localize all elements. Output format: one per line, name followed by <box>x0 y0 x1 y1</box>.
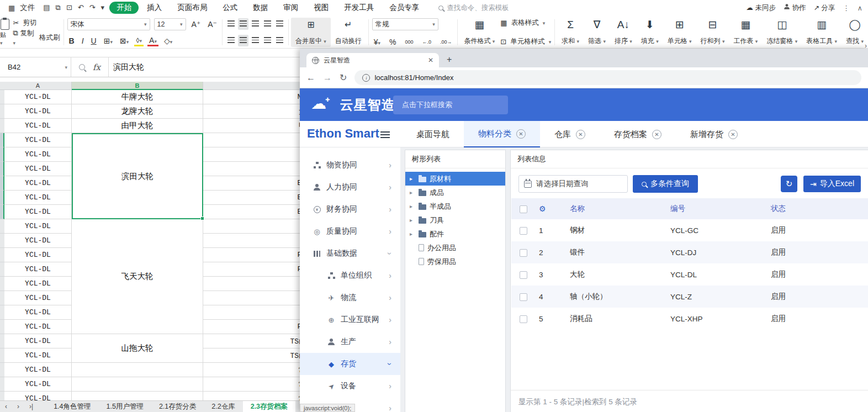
tab-close-circle-icon[interactable]: ✕ <box>652 130 661 139</box>
browser-tab[interactable]: 云星智造 ✕ <box>306 53 439 67</box>
cell-c[interactable]: F <box>203 219 308 234</box>
tree-item-办公用品[interactable]: 办公用品 <box>405 241 505 255</box>
cell-c[interactable]: TS山 <box>203 348 308 363</box>
cell-a[interactable]: YCL-DL <box>4 363 72 377</box>
tree-item-成品[interactable]: ▸成品 <box>405 186 505 199</box>
expand-arrow-icon[interactable]: ▸ <box>410 203 415 209</box>
formula-input[interactable]: 滨田大轮 <box>109 62 144 72</box>
cell-c[interactable]: FT <box>203 320 308 334</box>
cell-c[interactable]: F <box>203 234 308 248</box>
row-header[interactable] <box>0 277 4 291</box>
back-icon[interactable]: ← <box>306 73 315 83</box>
row-header[interactable] <box>0 176 4 191</box>
tree-item-配件[interactable]: ▸配件 <box>405 227 505 241</box>
percent-icon[interactable]: % <box>388 38 398 46</box>
sidebar-item-基础数据[interactable]: 基础数据› <box>300 242 400 265</box>
cell-a[interactable]: YCL-DL <box>4 262 72 277</box>
cell-b[interactable] <box>72 377 203 392</box>
sheet-tab-2.2仓库[interactable]: 2.2仓库 <box>204 401 242 412</box>
align-middle-icon[interactable] <box>238 18 248 30</box>
menu-tab-公式[interactable]: 公式 <box>215 2 245 14</box>
cell-c[interactable]: B <box>203 147 308 162</box>
print-icon[interactable]: ⊡ <box>63 3 75 12</box>
排序-button[interactable]: A↓排序 ▾ <box>610 18 637 47</box>
cell-c[interactable]: NF <box>203 90 308 104</box>
cell-c[interactable]: BT <box>203 191 308 205</box>
workspace-tab-桌面导航[interactable]: 桌面导航 <box>402 121 464 147</box>
行和列-button[interactable]: ⊟行和列 ▾ <box>696 18 729 47</box>
font-size-select[interactable]: 12▾ <box>154 18 186 30</box>
cell-c[interactable]: FT <box>203 262 308 277</box>
cell-style-button[interactable]: ⊡单元格样式▾ <box>500 37 551 46</box>
sheet-tab-1.5用户管理[interactable]: 1.5用户管理 <box>99 401 151 412</box>
table-row[interactable]: 5消耗品YCL-XHP启用 <box>511 308 868 330</box>
冻结窗格-button[interactable]: ◫冻结窗格 ▾ <box>762 18 802 47</box>
menu-tab-插入[interactable]: 插入 <box>140 2 169 14</box>
row-header[interactable] <box>0 348 4 363</box>
selected-cell[interactable]: 滨田大轮 <box>72 133 203 219</box>
import-excel-button[interactable]: ⇥ 导入Excel <box>803 176 861 192</box>
cell-a[interactable]: YCL-DL <box>4 133 72 147</box>
tab-close-circle-icon[interactable]: ✕ <box>516 129 526 139</box>
求和-button[interactable]: Σ求和 ▾ <box>557 18 584 47</box>
workspace-tab-新增存货[interactable]: 新增存货✕ <box>676 121 752 147</box>
cell-a[interactable]: YCL-DL <box>4 334 72 348</box>
sync-status[interactable]: ☁ 未同步 <box>746 3 775 13</box>
tree-item-劳保用品[interactable]: 劳保用品 <box>405 255 505 268</box>
row-header[interactable] <box>0 104 4 119</box>
merge-center-button[interactable]: ⊞ 合并居中 ▾ <box>291 18 331 47</box>
cell-b[interactable]: 山拖大轮 <box>72 334 203 363</box>
cell-c[interactable]: TS山 <box>203 334 308 348</box>
sheet-last-icon[interactable]: ›| <box>24 403 38 410</box>
cell-a[interactable]: YCL-DL <box>4 90 72 104</box>
sidebar-item-设备[interactable]: ➤设备› <box>300 375 400 397</box>
menu-tab-视图[interactable]: 视图 <box>306 2 336 14</box>
distribute-icon[interactable] <box>274 35 285 46</box>
header-checkbox[interactable] <box>520 205 527 213</box>
row-header[interactable] <box>0 262 4 277</box>
fill-handle[interactable] <box>200 216 204 220</box>
font-color-button[interactable]: A▾ <box>147 36 158 46</box>
cell-a[interactable]: YCL-DL <box>4 277 72 291</box>
表格工具-button[interactable]: ▥表格工具 ▾ <box>802 18 841 47</box>
spreadsheet-grid[interactable]: ABYCL-DLNFYCL-DL大YCL-DL甲YCL-DLBYCL-DLBYC… <box>0 82 309 412</box>
row-header[interactable] <box>0 363 4 377</box>
cell-a[interactable]: YCL-DL <box>4 320 72 334</box>
sheet-prev-icon[interactable]: ‹ <box>0 403 12 410</box>
select-all-corner[interactable] <box>0 82 4 90</box>
row-header[interactable] <box>0 291 4 305</box>
cell-b[interactable] <box>72 363 203 377</box>
tree-item-半成品[interactable]: ▸半成品 <box>405 199 505 213</box>
sheet-tab-2.3存货档案[interactable]: 2.3存货档案 <box>243 401 295 412</box>
row-header[interactable] <box>0 119 4 133</box>
refresh-button[interactable]: ↻ <box>781 176 797 192</box>
cell-c[interactable]: 常 <box>203 363 308 377</box>
row-header[interactable] <box>0 305 4 320</box>
increase-decimal-icon[interactable]: ←.0 <box>421 39 433 45</box>
cell-a[interactable]: YCL-DL <box>4 291 72 305</box>
justify-icon[interactable] <box>262 35 273 46</box>
align-center-icon[interactable] <box>238 35 248 46</box>
cell-c[interactable]: FT <box>203 248 308 262</box>
row-header[interactable] <box>0 234 4 248</box>
decrease-font-icon[interactable]: A⁻ <box>206 20 219 29</box>
gear-icon[interactable]: ⚙ <box>539 204 546 213</box>
cell-c[interactable]: B <box>203 133 308 147</box>
column-header-名称[interactable]: 名称 <box>567 198 667 219</box>
cell-a[interactable]: YCL-DL <box>4 219 72 234</box>
decrease-indent-icon[interactable] <box>262 18 273 30</box>
thousands-icon[interactable]: 000 <box>403 39 415 45</box>
menu-tab-页面布局[interactable]: 页面布局 <box>170 2 214 14</box>
tab-close-circle-icon[interactable]: ✕ <box>728 130 738 139</box>
table-row[interactable]: 2锻件YCL-DJ启用 <box>511 241 868 263</box>
column-header-编号[interactable]: 编号 <box>667 198 768 219</box>
sidebar-item-单位组织[interactable]: 单位组织› <box>300 265 400 287</box>
fx-icon[interactable]: fx <box>93 62 100 72</box>
工作表-button[interactable]: ▦工作表 ▾ <box>729 18 762 47</box>
font-name-select[interactable]: 宋体▾ <box>67 18 150 30</box>
redo-icon[interactable]: ↷ <box>87 3 98 12</box>
cell-a[interactable]: YCL-DL <box>4 147 72 162</box>
reload-icon[interactable]: ↻ <box>340 72 347 83</box>
row-header[interactable] <box>0 162 4 176</box>
collapse-ribbon-icon[interactable]: ∧ <box>858 4 862 12</box>
